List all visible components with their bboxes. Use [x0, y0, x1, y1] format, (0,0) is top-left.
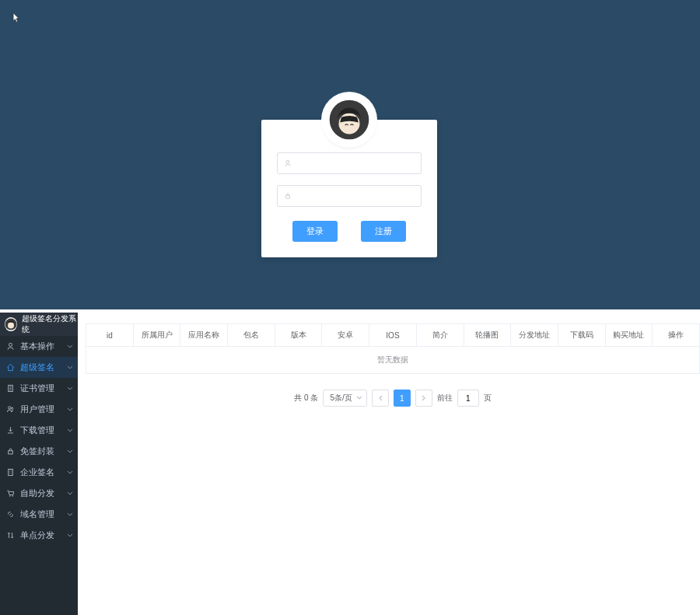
chevron-down-icon: [67, 365, 73, 370]
login-button[interactable]: 登录: [292, 221, 338, 242]
file-icon: [6, 384, 16, 393]
sidebar-item-4[interactable]: 下载管理: [0, 420, 78, 441]
admin-panel: 超级签名分发系统 基本操作超级签名证书管理用户管理下载管理免签封装企业签名自助分…: [0, 313, 700, 615]
link-icon: [6, 510, 16, 519]
username-field-wrap[interactable]: [277, 152, 422, 174]
pagination: 共 0 条 5条/页 1 前往 页: [86, 390, 700, 407]
brand: 超级签名分发系统: [0, 313, 78, 336]
svg-rect-3: [286, 195, 290, 198]
sidebar-item-0[interactable]: 基本操作: [0, 336, 78, 357]
column-header: 安卓: [322, 324, 369, 347]
prev-page-button[interactable]: [372, 390, 389, 407]
jump-suffix: 页: [484, 393, 492, 404]
brand-title: 超级签名分发系统: [22, 313, 78, 335]
column-header: 简介: [416, 324, 464, 347]
sidebar-item-label: 企业签名: [20, 466, 54, 478]
user-icon: [6, 342, 16, 351]
sidebar-menu: 基本操作超级签名证书管理用户管理下载管理免签封装企业签名自助分发域名管理单点分发: [0, 336, 78, 546]
sidebar-item-1[interactable]: 超级签名: [0, 357, 78, 378]
table-header-row: id所属用户应用名称包名版本安卓IOS简介轮播图分发地址下载码购买地址操作: [86, 324, 700, 347]
register-button[interactable]: 注册: [361, 221, 406, 242]
sidebar-item-5[interactable]: 免签封装: [0, 441, 78, 462]
chevron-down-icon: [67, 407, 73, 412]
cart-icon: [6, 489, 16, 498]
column-header: 购买地址: [605, 324, 653, 347]
chevron-right-icon: [422, 395, 426, 401]
sidebar-item-label: 域名管理: [20, 508, 54, 520]
sidebar-item-8[interactable]: 域名管理: [0, 504, 78, 525]
sidebar-item-3[interactable]: 用户管理: [0, 399, 78, 420]
next-page-button[interactable]: [415, 390, 432, 407]
data-table: id所属用户应用名称包名版本安卓IOS简介轮播图分发地址下载码购买地址操作 暂无…: [86, 323, 700, 374]
sidebar-item-label: 单点分发: [20, 529, 54, 541]
download-icon: [6, 426, 16, 435]
jump-prefix: 前往: [437, 393, 453, 404]
svg-point-6: [9, 343, 12, 346]
avatar-icon: [328, 99, 370, 141]
svg-point-2: [286, 160, 289, 163]
password-field-wrap[interactable]: [277, 185, 422, 207]
lock-icon: [6, 447, 16, 456]
page-size-select[interactable]: 5条/页: [323, 390, 366, 407]
user-icon: [284, 159, 293, 167]
svg-point-8: [9, 407, 11, 409]
svg-rect-11: [9, 469, 13, 475]
jump-page-input[interactable]: [457, 390, 479, 407]
login-avatar: [324, 95, 374, 145]
svg-point-5: [8, 323, 14, 329]
chevron-left-icon: [378, 395, 383, 401]
svg-point-12: [9, 495, 10, 496]
svg-point-13: [12, 495, 13, 496]
empty-text: 暂无数据: [86, 347, 700, 374]
sidebar-item-label: 用户管理: [20, 404, 54, 415]
chevron-down-icon: [67, 533, 73, 538]
password-input[interactable]: [298, 186, 415, 206]
cursor-icon: [12, 12, 20, 23]
svg-point-9: [11, 407, 12, 409]
chevron-down-icon: [67, 344, 73, 349]
pagination-total: 共 0 条: [294, 393, 318, 404]
column-header: id: [86, 324, 134, 347]
sidebar: 超级签名分发系统 基本操作超级签名证书管理用户管理下载管理免签封装企业签名自助分…: [0, 313, 78, 615]
sidebar-item-label: 证书管理: [20, 383, 54, 394]
sort-icon: [6, 531, 16, 540]
sidebar-item-label: 下载管理: [20, 425, 54, 436]
home-icon: [6, 363, 16, 372]
column-header: 所属用户: [133, 324, 180, 347]
page-1-button[interactable]: 1: [394, 390, 411, 407]
chevron-down-icon: [67, 491, 73, 496]
chevron-down-icon: [67, 428, 73, 433]
sidebar-item-7[interactable]: 自助分发: [0, 483, 78, 504]
sidebar-item-label: 免签封装: [20, 446, 54, 457]
login-card: 登录 注册: [261, 120, 437, 257]
login-panel: 登录 注册: [0, 0, 700, 309]
sidebar-item-label: 基本操作: [20, 341, 54, 352]
sidebar-item-2[interactable]: 证书管理: [0, 378, 78, 399]
sidebar-item-label: 超级签名: [20, 362, 54, 373]
column-header: 包名: [228, 324, 275, 347]
chevron-down-icon: [67, 470, 73, 475]
column-header: 应用名称: [180, 324, 228, 347]
login-button-row: 登录 注册: [277, 221, 422, 242]
sidebar-item-9[interactable]: 单点分发: [0, 525, 78, 546]
sidebar-item-6[interactable]: 企业签名: [0, 462, 78, 483]
column-header: 轮播图: [464, 324, 511, 347]
chevron-down-icon: [67, 386, 73, 391]
column-header: IOS: [369, 324, 417, 347]
content-area: id所属用户应用名称包名版本安卓IOS简介轮播图分发地址下载码购买地址操作 暂无…: [78, 313, 700, 615]
sidebar-item-label: 自助分发: [20, 487, 54, 499]
table-empty-row: 暂无数据: [86, 347, 700, 374]
brand-avatar-icon: [5, 317, 17, 331]
column-header: 版本: [275, 324, 322, 347]
chevron-down-icon: [67, 449, 73, 454]
page-size-value: 5条/页: [330, 393, 352, 402]
svg-rect-10: [9, 451, 13, 454]
column-header: 分发地址: [511, 324, 558, 347]
column-header: 操作: [653, 324, 700, 347]
building-icon: [6, 468, 16, 477]
chevron-down-icon: [356, 396, 362, 400]
chevron-down-icon: [67, 512, 73, 517]
lock-icon: [284, 192, 293, 200]
column-header: 下载码: [558, 324, 605, 347]
username-input[interactable]: [298, 153, 415, 173]
